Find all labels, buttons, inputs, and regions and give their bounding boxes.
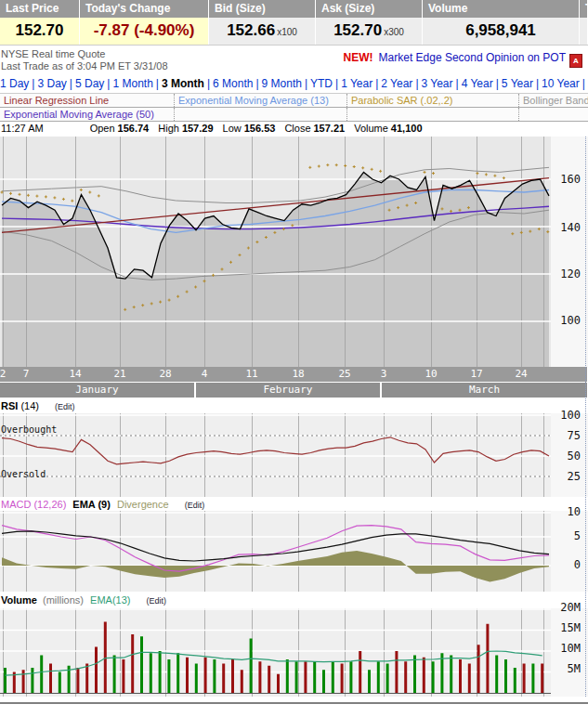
quote-column: Last Price152.70 <box>0 0 79 45</box>
month-axis: JanuaryFebruaryMarch <box>0 383 587 398</box>
legend-item: Exponential Moving Average (50) <box>0 108 175 121</box>
quote-value: 152.70 <box>333 21 382 39</box>
ohlc-label: Low <box>223 123 242 134</box>
volume-edit-link[interactable]: (Edit) <box>147 596 167 606</box>
price-chart <box>0 137 551 367</box>
month-label: February <box>196 383 380 398</box>
vol-ytick: 20M <box>560 601 581 614</box>
tab-5-day[interactable]: 5 Day <box>75 77 104 90</box>
volume-units: (millions) <box>43 594 84 606</box>
quote-value-cell: 152.70x300 <box>316 18 422 45</box>
price-ytick: 140 <box>560 221 581 234</box>
quote-value: 152.70 <box>16 21 64 39</box>
quote-column: Bid (Size)152.66x100 <box>209 0 315 45</box>
price-ytick: 120 <box>560 267 581 280</box>
tab-1-day[interactable]: 1 Day <box>0 77 29 90</box>
tab-3-day[interactable]: 3 Day <box>37 77 66 90</box>
vol-ytick: 15M <box>560 621 581 634</box>
tab-separator: | <box>70 77 72 90</box>
tab-separator: | <box>536 77 539 90</box>
tab-10-year[interactable]: 10 Year <box>542 77 580 90</box>
quote-value: 6,958,941 <box>465 21 536 39</box>
volume-ema-label: EMA(13) <box>90 594 130 606</box>
tab-ytd[interactable]: YTD <box>310 77 333 90</box>
tab-separator: | <box>305 77 307 90</box>
macd-divergence-label: Divergence <box>117 499 169 510</box>
quote-value-cell: 152.70 <box>0 18 79 45</box>
tab-6-month[interactable]: 6 Month <box>213 77 253 90</box>
price-axis-strip <box>551 137 588 367</box>
month-label: January <box>0 383 194 398</box>
quote-size: x300 <box>384 27 404 37</box>
tab-1-month[interactable]: 1 Month <box>112 77 152 90</box>
date-tick: 7 <box>16 368 36 381</box>
tab-separator: | <box>107 77 110 90</box>
ohlc-value: 157.21 <box>314 123 346 134</box>
date-tick: 25 <box>334 368 355 381</box>
tab-9-month[interactable]: 9 Month <box>262 77 302 90</box>
new-badge: NEW! <box>344 51 373 64</box>
rsi-param: (14) <box>20 400 39 411</box>
tab-separator: | <box>415 77 418 90</box>
macd-ema-label: EMA (9) <box>72 499 111 510</box>
tab-2-year[interactable]: 2 Year <box>381 77 412 90</box>
tab-4-year[interactable]: 4 Year <box>462 77 493 90</box>
tab-1-year[interactable]: 1 Year <box>341 77 372 90</box>
legend-item: Bollinger Bands (2 <box>519 94 588 107</box>
macd-title: MACD (12,26) <box>1 499 66 510</box>
ohlc-value: 156.53 <box>244 123 276 134</box>
axis-tick-dots <box>585 137 586 697</box>
quote-meta: NYSE Real time Quote Last Trade as of 3:… <box>1 48 168 72</box>
quote-column: Volume6,958,941 <box>423 0 579 45</box>
tab-3-year[interactable]: 3 Year <box>422 77 453 90</box>
month-label: March <box>382 383 587 398</box>
quote-value: -7.87 (-4.90%) <box>94 21 195 39</box>
date-axis: 2714212841118253101724 <box>0 367 587 383</box>
macd-edit-link[interactable]: (Edit) <box>185 501 205 510</box>
market-edge-link[interactable]: Market Edge Second Opinion on POT <box>379 51 566 64</box>
volume-panel-label: Volume (millions) EMA(13) (Edit) <box>1 594 166 607</box>
date-tick: 3 <box>373 368 394 381</box>
quote-size: x100 <box>277 27 297 37</box>
date-tick: 17 <box>466 368 487 381</box>
ohlc-label: Volume <box>354 123 388 134</box>
volume-chart <box>0 608 551 697</box>
date-tick: 10 <box>421 368 441 381</box>
quote-time: 11:27 AM <box>1 123 44 134</box>
vol-ytick: 5M <box>568 662 581 675</box>
quote-column: Ask (Size)152.70x300 <box>316 0 422 45</box>
rsi-title: RSI <box>1 400 18 411</box>
rsi-panel-label: RSI (14) (Edit) <box>1 400 75 413</box>
tab-separator: | <box>335 77 338 90</box>
quote-value: 152.66 <box>227 21 275 39</box>
tab-separator: | <box>456 77 459 90</box>
date-tick: 18 <box>288 368 308 381</box>
quote-column: Today's Change-7.87 (-4.90%) <box>80 0 208 45</box>
ohlc-value: 156.74 <box>118 123 150 134</box>
quote-table: Last Price152.70Today's Change-7.87 (-4.… <box>0 0 588 46</box>
quote-header-cell: Last Price <box>0 0 79 18</box>
vol-ytick: 10M <box>560 642 581 655</box>
ohlc-row: 11:27 AMOpen156.74High157.29Low156.53Clo… <box>1 122 588 137</box>
oversold-label: Oversold <box>1 469 46 479</box>
quote-header-cell: Ask (Size) <box>316 0 422 18</box>
tab-3-month[interactable]: 3 Month <box>162 77 204 90</box>
rsi-edit-link[interactable]: (Edit) <box>55 402 75 411</box>
tab-5-year[interactable]: 5 Year <box>502 77 533 90</box>
ohlc-value: 41,100 <box>391 123 423 134</box>
pdf-icon[interactable]: A <box>569 54 582 68</box>
exchange-label: NYSE Real time Quote <box>1 48 168 60</box>
legend-item <box>175 108 347 121</box>
time-range-tabs: 1 Day|3 Day|5 Day|1 Month|3 Month|6 Mont… <box>0 75 588 92</box>
rsi-ytick: 100 <box>560 409 581 422</box>
price-ytick: 160 <box>560 173 581 186</box>
legend-item: Exponential Moving Average (13) <box>175 94 347 107</box>
ohlc-label: High <box>158 123 179 134</box>
quote-header-cell: Volume <box>423 0 579 18</box>
tab-separator: | <box>32 77 34 90</box>
date-tick: 24 <box>511 368 531 381</box>
quote-value-cell: -7.87 (-4.90%) <box>80 18 208 45</box>
quote-header-cell: Bid (Size) <box>209 0 315 18</box>
date-tick: 4 <box>194 368 215 381</box>
quote-header-cell: Today's Change <box>80 0 208 18</box>
